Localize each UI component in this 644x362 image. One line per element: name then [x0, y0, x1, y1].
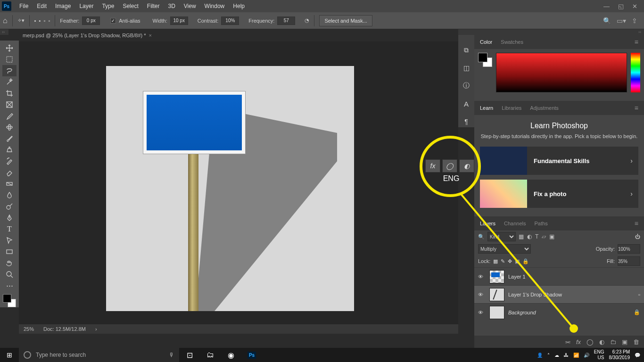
brush-tool[interactable] [2, 133, 17, 144]
blend-mode-select[interactable]: Multiply [478, 244, 531, 254]
layers-panel-menu-icon[interactable]: ≡ [635, 220, 638, 227]
menu-layer[interactable]: Layer [75, 3, 98, 9]
layer-name[interactable]: Layer 1 [508, 274, 640, 280]
tab-libraries[interactable]: Libraries [502, 105, 521, 111]
fill-input[interactable] [618, 256, 640, 266]
search-icon[interactable]: 🔍 [603, 17, 611, 25]
visibility-icon[interactable]: 👁 [478, 292, 486, 297]
rectangle-tool[interactable] [2, 246, 17, 257]
new-selection-icon[interactable]: ▪ [34, 18, 36, 24]
paragraph-panel-icon[interactable]: ¶ [461, 116, 472, 127]
crop-tool[interactable] [2, 88, 17, 99]
menu-filter[interactable]: Filter [143, 3, 164, 9]
tools-collapse-grip[interactable]: ›› [0, 29, 8, 35]
close-tab-icon[interactable]: × [149, 33, 152, 38]
filter-adjust-icon[interactable]: ◐ [527, 233, 532, 240]
action-center-icon[interactable]: 💬 [635, 353, 640, 358]
pen-pressure-icon[interactable]: ◔ [305, 17, 309, 24]
info-panel-icon[interactable]: ⓘ [461, 80, 472, 91]
window-close-icon[interactable]: ✕ [632, 3, 637, 10]
home-icon[interactable]: ⌂ [3, 16, 8, 25]
menu-edit[interactable]: Edit [33, 3, 51, 9]
adjustment-layer-icon[interactable]: ◐ [599, 338, 604, 346]
layer-mask-icon[interactable]: ◯ [586, 338, 594, 346]
history-panel-icon[interactable]: ⧉ [461, 44, 472, 56]
subtract-selection-icon[interactable]: ▫ [43, 18, 45, 24]
learn-card-fundamental[interactable]: Fundamental Skills › [480, 147, 638, 175]
menu-select[interactable]: Select [118, 3, 142, 9]
tray-chevron-icon[interactable]: ˄ [547, 353, 550, 358]
document-canvas[interactable] [106, 66, 354, 311]
filter-toggle-icon[interactable]: ⏻ [635, 234, 640, 239]
magic-wand-tool[interactable] [2, 76, 17, 88]
new-layer-icon[interactable]: ▣ [622, 338, 627, 346]
people-icon[interactable]: 👤 [537, 353, 543, 358]
color-panel-menu-icon[interactable]: ≡ [635, 38, 638, 46]
start-button[interactable]: ⊞ [0, 351, 19, 359]
layer-row[interactable]: 👁 Layer 1's Drop Shadow ▫ [474, 285, 644, 303]
chrome-icon[interactable]: ◉ [221, 348, 241, 362]
wifi-icon[interactable]: 📶 [573, 353, 579, 358]
lock-artboard-icon[interactable]: ▣ [515, 258, 520, 264]
blur-tool[interactable] [2, 189, 17, 201]
delete-layer-icon[interactable]: 🗑 [633, 338, 639, 346]
filter-shape-icon[interactable]: ▱ [542, 233, 546, 240]
zoom-level[interactable]: 25% [24, 326, 34, 332]
taskbar-search[interactable]: Type here to search 🎙 [19, 348, 179, 362]
feather-input[interactable] [82, 16, 100, 25]
contrast-input[interactable] [221, 16, 239, 25]
layer-thumbnail[interactable] [489, 306, 504, 319]
doc-size[interactable]: Doc: 12.5M/12.8M [43, 326, 86, 332]
window-restore-icon[interactable]: ◱ [618, 3, 624, 10]
healing-brush-tool[interactable] [2, 122, 17, 133]
onedrive-icon[interactable]: ☁ [554, 353, 559, 358]
intersect-selection-icon[interactable]: ▫ [48, 18, 50, 24]
volume-icon[interactable]: 🔊 [584, 353, 589, 358]
layer-group-icon[interactable]: 🗀 [610, 338, 616, 346]
frame-tool[interactable] [2, 99, 17, 110]
foreground-background-swatch[interactable] [3, 294, 16, 307]
search-icon[interactable]: 🔍 [478, 234, 485, 240]
lock-all-icon[interactable]: 🔒 [522, 258, 529, 264]
color-fgbg-swatch[interactable] [478, 53, 492, 67]
history-brush-tool[interactable] [2, 156, 17, 167]
link-icon[interactable]: ▫ [638, 292, 640, 297]
add-selection-icon[interactable]: ▪ [39, 18, 41, 24]
learn-panel-menu-icon[interactable]: ≡ [635, 104, 638, 112]
lock-transparent-icon[interactable]: ▩ [493, 258, 498, 264]
workspace-icon[interactable]: ▭▾ [617, 17, 626, 25]
visibility-icon[interactable]: 👁 [478, 274, 486, 280]
dodge-tool[interactable] [2, 201, 17, 212]
layer-row[interactable]: 👁 Background 🔒 [474, 303, 644, 321]
clone-stamp-tool[interactable] [2, 144, 17, 156]
hand-tool[interactable] [2, 257, 17, 269]
canvas-area[interactable]: 25% Doc: 12.5M/12.8M › [19, 41, 458, 334]
lock-image-icon[interactable]: ✎ [501, 258, 505, 264]
tray-language[interactable]: ENGUS [594, 349, 604, 361]
layer-name[interactable]: Background [508, 310, 630, 315]
lock-position-icon[interactable]: ✥ [508, 258, 512, 264]
mic-icon[interactable]: 🎙 [169, 352, 174, 358]
share-icon[interactable]: ⇪ [632, 17, 637, 25]
opacity-input[interactable] [618, 244, 640, 254]
menu-help[interactable]: Help [229, 3, 249, 9]
character-panel-icon[interactable]: A [461, 98, 472, 109]
link-layers-icon[interactable]: ⫘ [564, 338, 570, 346]
menu-window[interactable]: Window [200, 3, 229, 9]
filter-kind-select[interactable]: Kind [487, 232, 516, 241]
hue-slider[interactable] [631, 53, 640, 92]
tab-adjustments[interactable]: Adjustments [530, 105, 559, 111]
lasso-tool[interactable] [2, 65, 17, 76]
panels-collapse-grip[interactable]: ›› [458, 29, 644, 35]
select-and-mask-button[interactable]: Select and Mask... [319, 15, 372, 26]
marquee-tool[interactable] [2, 54, 17, 65]
filter-smart-icon[interactable]: ▣ [549, 233, 554, 240]
status-chevron-icon[interactable]: › [95, 326, 97, 332]
width-input[interactable] [170, 16, 188, 25]
tab-swatches[interactable]: Swatches [501, 39, 523, 45]
tab-layers[interactable]: Layers [480, 221, 495, 226]
layer-name[interactable]: Layer 1's Drop Shadow [508, 292, 635, 297]
tool-preset-icon[interactable]: ✧▾ [17, 17, 25, 24]
document-tab[interactable]: merp.psd @ 25% (Layer 1's Drop Shadow, R… [19, 30, 156, 41]
menu-image[interactable]: Image [51, 3, 75, 9]
